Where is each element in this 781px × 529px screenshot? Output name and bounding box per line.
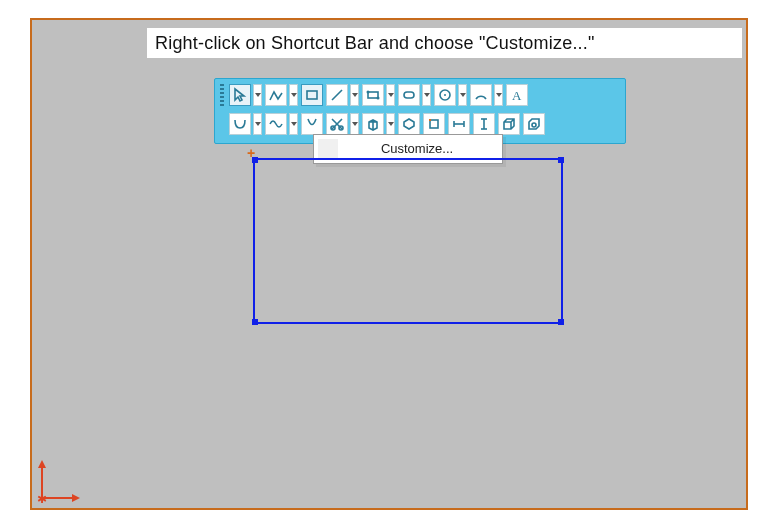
instruction-label: Right-click on Shortcut Bar and choose "… [147, 28, 742, 58]
spline-dropdown[interactable] [253, 113, 262, 135]
trim-dropdown[interactable] [350, 113, 359, 135]
svg-point-4 [377, 97, 380, 100]
arc-dropdown[interactable] [494, 84, 503, 106]
hexagon-icon [401, 116, 417, 132]
text-button[interactable]: A [506, 84, 528, 106]
sketch-dropdown[interactable] [289, 84, 298, 106]
svg-rect-12 [430, 120, 438, 128]
sketch-button[interactable] [265, 84, 287, 106]
resize-handle-bl[interactable] [252, 319, 258, 325]
svg-point-7 [444, 94, 446, 96]
cube-icon [365, 116, 381, 132]
rectangle-button[interactable] [301, 84, 323, 106]
polygon-rect-icon [365, 87, 381, 103]
ellipse-button[interactable] [301, 113, 323, 135]
shortcut-bar-row-1: A [220, 82, 619, 108]
svg-rect-0 [307, 91, 317, 99]
box1-icon [501, 116, 517, 132]
svg-rect-5 [404, 92, 414, 98]
svg-text:✱: ✱ [37, 492, 47, 506]
svg-line-1 [332, 90, 342, 100]
selected-rectangle[interactable] [253, 158, 563, 324]
axis-indicator-icon: ✱ [34, 446, 94, 506]
svg-text:A: A [512, 88, 522, 103]
line-dropdown[interactable] [350, 84, 359, 106]
cube-dropdown[interactable] [386, 113, 395, 135]
pointer-button[interactable] [229, 84, 251, 106]
square-button[interactable] [423, 113, 445, 135]
wave-dropdown[interactable] [289, 113, 298, 135]
customize-label: Customize... [381, 141, 453, 156]
svg-marker-11 [404, 119, 414, 129]
slot-dropdown[interactable] [422, 84, 431, 106]
box1-button[interactable] [498, 113, 520, 135]
grip-icon[interactable] [220, 84, 224, 106]
menu-gutter [318, 139, 338, 159]
pointer-icon [232, 87, 248, 103]
circle-icon [437, 87, 453, 103]
svg-marker-22 [38, 460, 46, 468]
dimension-v-icon [476, 116, 492, 132]
slot-button[interactable] [398, 84, 420, 106]
resize-handle-tr[interactable] [558, 157, 564, 163]
dim-v-button[interactable] [473, 113, 495, 135]
sketch-icon [268, 87, 284, 103]
trim-icon [329, 116, 345, 132]
circle-dropdown[interactable] [458, 84, 467, 106]
arc-icon [473, 87, 489, 103]
svg-rect-13 [429, 119, 431, 121]
pointer-dropdown[interactable] [253, 84, 262, 106]
arc-button[interactable] [470, 84, 492, 106]
box2-button[interactable] [523, 113, 545, 135]
svg-point-3 [367, 91, 370, 94]
polygon-rect-dropdown[interactable] [386, 84, 395, 106]
wave-button[interactable] [265, 113, 287, 135]
dimension-h-icon [451, 116, 467, 132]
box2-icon [526, 116, 542, 132]
polygon-rect-button[interactable] [362, 84, 384, 106]
resize-handle-br[interactable] [558, 319, 564, 325]
slot-icon [401, 87, 417, 103]
trim-button[interactable] [326, 113, 348, 135]
line-button[interactable] [326, 84, 348, 106]
line-icon [329, 87, 345, 103]
resize-handle-tl[interactable] [252, 157, 258, 163]
rectangle-icon [304, 87, 320, 103]
hexagon-button[interactable] [398, 113, 420, 135]
svg-marker-24 [72, 494, 80, 502]
ellipse-icon [304, 116, 320, 132]
circle-button[interactable] [434, 84, 456, 106]
cube-button[interactable] [362, 113, 384, 135]
spline-button[interactable] [229, 113, 251, 135]
wave-icon [268, 116, 284, 132]
square-icon [426, 116, 442, 132]
drawing-canvas[interactable]: Right-click on Shortcut Bar and choose "… [30, 18, 748, 510]
svg-point-20 [532, 123, 536, 127]
svg-rect-2 [368, 92, 378, 98]
spline-icon [232, 116, 248, 132]
dim-h-button[interactable] [448, 113, 470, 135]
text-icon: A [509, 87, 525, 103]
